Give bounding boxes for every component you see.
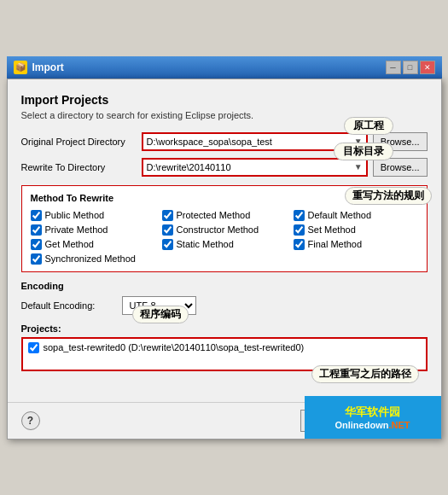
rewrite-to-value: D:\rewrite\20140110: [143, 162, 351, 172]
method-constructor-checkbox[interactable]: [162, 224, 173, 236]
encoding-section: Encoding Default Encoding: UTF-8 GBK ISO…: [21, 281, 428, 315]
title-controls: ─ □ ✕: [386, 61, 435, 74]
method-get-checkbox[interactable]: [31, 239, 42, 250]
rewrite-to-dropdown-icon: ▼: [351, 162, 366, 172]
method-final-checkbox[interactable]: [294, 239, 305, 250]
method-set-checkbox[interactable]: [294, 224, 305, 236]
encoding-row: Default Encoding: UTF-8 GBK ISO-8859-1: [21, 296, 428, 315]
footer: ? < Back Next > 华军软件园 Onlinedown.NET: [8, 402, 441, 439]
method-final[interactable]: Final Method: [294, 239, 418, 250]
methods-section: Method To Rewrite Public Method Protecte…: [21, 185, 428, 272]
annotation-target-dir: 目标目录: [334, 143, 393, 160]
help-button[interactable]: ?: [21, 411, 40, 430]
method-protected-checkbox[interactable]: [162, 210, 173, 221]
project-item[interactable]: sopa_test-rewrited0 (D:\rewrite\20140110…: [28, 342, 421, 353]
maximize-button[interactable]: □: [403, 61, 418, 74]
methods-grid: Public Method Protected Method Default M…: [31, 210, 418, 265]
watermark-line2: Onlinedown.NET: [335, 420, 410, 430]
projects-section: Projects: sopa_test-rewrited0 (D:\rewrit…: [21, 323, 428, 371]
method-set-label: Set Method: [308, 224, 356, 235]
method-synchronized-label: Synchronized Method: [45, 253, 136, 264]
title-bar-left: 📦 Import: [14, 61, 64, 74]
method-default-label: Default Method: [308, 210, 372, 220]
rewrite-to-row: Rewrite To Directory D:\rewrite\20140110…: [21, 158, 428, 177]
method-static-checkbox[interactable]: [162, 239, 173, 250]
method-constructor[interactable]: Constructor Method: [162, 224, 287, 236]
rewrite-to-label: Rewrite To Directory: [21, 162, 137, 172]
original-project-value: D:\workspace_sopa\sopa_test: [143, 137, 351, 147]
method-synchronized-checkbox[interactable]: [31, 253, 42, 265]
encoding-title: Encoding: [21, 281, 428, 291]
encoding-label: Default Encoding:: [21, 300, 115, 311]
method-public[interactable]: Public Method: [31, 210, 155, 221]
method-set[interactable]: Set Method: [294, 224, 418, 236]
rewrite-to-input[interactable]: D:\rewrite\20140110 ▼: [142, 158, 368, 177]
method-public-checkbox[interactable]: [31, 210, 42, 221]
original-project-label: Original Project Directory: [21, 137, 137, 147]
method-default-checkbox[interactable]: [294, 210, 305, 221]
method-public-label: Public Method: [45, 210, 105, 220]
projects-title: Projects:: [21, 323, 428, 334]
method-private[interactable]: Private Method: [31, 224, 155, 236]
window-icon: 📦: [14, 61, 27, 74]
window-title: Import: [32, 61, 64, 73]
footer-left: ?: [21, 411, 40, 430]
watermark: 华军软件园 Onlinedown.NET: [305, 396, 441, 439]
close-button[interactable]: ✕: [420, 61, 435, 74]
rewrite-to-browse-button[interactable]: Browse...: [373, 158, 428, 177]
main-content: Import Projects Select a directory to se…: [8, 79, 441, 385]
dialog-title: Import Projects: [21, 93, 428, 107]
method-static-label: Static Method: [177, 239, 234, 249]
method-default[interactable]: Default Method: [294, 210, 418, 221]
annotation-rewrite-rules: 重写方法的规则: [345, 187, 432, 205]
method-protected[interactable]: Protected Method: [162, 210, 287, 221]
annotation-original-project: 原工程: [344, 117, 393, 135]
project-item-label: sopa_test-rewrited0 (D:\rewrite\20140110…: [44, 342, 305, 352]
title-bar: 📦 Import ─ □ ✕: [7, 56, 442, 79]
minimize-button[interactable]: ─: [386, 61, 401, 74]
method-get[interactable]: Get Method: [31, 239, 155, 250]
method-private-checkbox[interactable]: [31, 224, 42, 236]
method-final-label: Final Method: [308, 239, 363, 249]
method-protected-label: Protected Method: [177, 210, 251, 220]
method-static[interactable]: Static Method: [162, 239, 287, 250]
method-private-label: Private Method: [45, 224, 108, 235]
project-item-checkbox[interactable]: [28, 342, 39, 353]
window: 📦 Import ─ □ ✕ Import Projects Select a …: [7, 56, 442, 440]
watermark-line1: 华军软件园: [345, 405, 400, 420]
annotation-encoding: 程序编码: [132, 306, 189, 323]
method-get-label: Get Method: [45, 239, 94, 249]
dialog-window: Import Projects Select a directory to se…: [7, 79, 442, 440]
annotation-rewrite-path: 工程重写之后的路径: [311, 365, 419, 383]
method-synchronized[interactable]: Synchronized Method: [31, 253, 155, 265]
method-constructor-label: Constructor Method: [177, 224, 259, 235]
